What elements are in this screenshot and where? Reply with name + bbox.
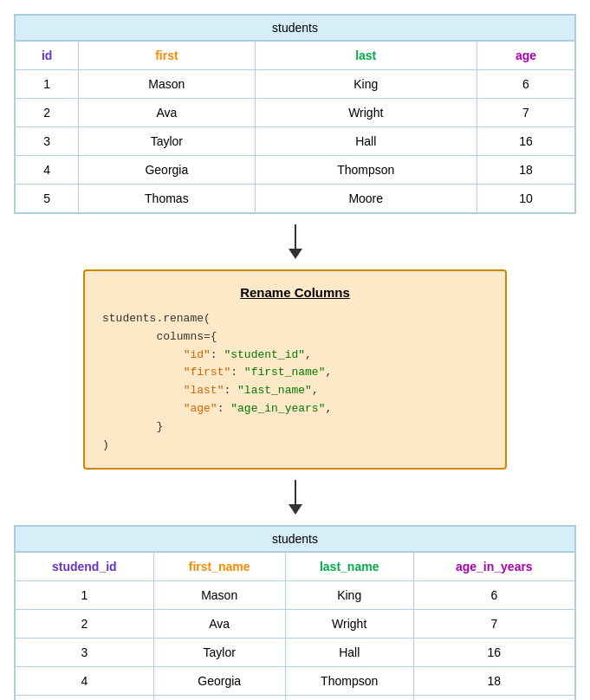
code-line: ) [102, 437, 488, 455]
top-table: id first last age 1MasonKing62AvaWright7… [15, 41, 575, 213]
rename-code: students.rename( columns={ "id": "studen… [102, 310, 488, 454]
table-cell: King [255, 70, 477, 99]
table-cell: Taylor [153, 638, 285, 667]
table-cell: 2 [16, 610, 154, 638]
table-row: 4GeorgiaThompson18 [16, 156, 575, 185]
code-line: "id": "student_id", [102, 347, 488, 365]
table-row: 2AvaWright7 [16, 99, 575, 127]
table-cell: 10 [413, 696, 574, 700]
code-token: : [230, 366, 244, 379]
code-token: "age_in_years" [230, 402, 325, 415]
code-token: "last_name" [237, 384, 312, 397]
table-cell: Georgia [79, 156, 255, 185]
table-cell: Hall [285, 638, 413, 667]
table-cell: 7 [477, 99, 574, 127]
bottom-col-firstname: first_name [153, 553, 285, 581]
table-cell: 4 [16, 667, 154, 696]
table-cell: 16 [413, 638, 574, 667]
bottom-table-wrapper: students studend_id first_name last_name… [14, 525, 576, 700]
code-line: "last": "last_name", [102, 382, 488, 400]
code-token: "first_name" [244, 366, 326, 379]
code-line: students.rename( [102, 310, 488, 328]
arrow-1-line [295, 224, 296, 249]
table-cell: Hall [255, 127, 477, 156]
arrow-2-line [295, 480, 296, 504]
arrow-1 [14, 214, 576, 269]
bottom-table-body: 1MasonKing62AvaWright73TaylorHall164Geor… [16, 581, 575, 700]
table-cell: 4 [16, 156, 79, 185]
table-cell: Ava [79, 99, 255, 127]
table-cell: 6 [477, 70, 574, 99]
code-token: "first" [184, 366, 231, 379]
bottom-col-ageinyears: age_in_years [413, 553, 574, 581]
rename-box: Rename Columns students.rename( columns=… [83, 269, 507, 470]
bottom-table-header: studend_id first_name last_name age_in_y… [16, 553, 575, 581]
code-token: , [325, 366, 332, 379]
top-col-last: last [255, 42, 477, 70]
top-col-id: id [16, 42, 79, 70]
code-token: "last" [184, 384, 224, 397]
table-cell: Thomas [153, 696, 285, 700]
table-cell: Thompson [255, 156, 477, 185]
table-cell: Moore [285, 696, 413, 700]
table-cell: 18 [413, 667, 574, 696]
bottom-table-header-row: studend_id first_name last_name age_in_y… [16, 553, 575, 581]
top-table-title: students [15, 15, 575, 41]
table-cell: Wright [255, 99, 477, 127]
table-cell: Wright [285, 610, 413, 638]
code-token [102, 384, 184, 397]
arrow-1-shape [289, 224, 302, 259]
code-token: "id" [184, 348, 211, 361]
top-col-first: first [79, 42, 255, 70]
top-table-section: students id first last age 1MasonKing62A… [14, 14, 576, 214]
arrow-1-head [289, 249, 302, 259]
code-token [102, 366, 184, 379]
code-token [102, 402, 184, 415]
table-cell: Taylor [79, 127, 255, 156]
table-cell: 1 [16, 581, 154, 610]
table-cell: 7 [413, 610, 574, 638]
table-cell: Mason [153, 581, 285, 610]
bottom-col-studentid: studend_id [16, 553, 154, 581]
table-cell: King [285, 581, 413, 610]
code-token: ) [102, 438, 109, 451]
bottom-table: studend_id first_name last_name age_in_y… [15, 552, 575, 700]
table-row: 5ThomasMoore10 [16, 696, 575, 700]
arrow-2-shape [289, 480, 302, 515]
table-cell: 16 [477, 127, 574, 156]
code-token: "age" [184, 402, 217, 415]
top-table-header-row: id first last age [16, 42, 575, 70]
table-cell: 2 [16, 99, 79, 127]
code-token [102, 348, 184, 361]
code-line: "age": "age_in_years", [102, 400, 488, 418]
arrow-2-head [289, 504, 302, 515]
top-col-age: age [477, 42, 574, 70]
table-row: 3TaylorHall16 [16, 638, 575, 667]
code-line: } [102, 418, 488, 437]
table-row: 5ThomasMoore10 [16, 185, 575, 213]
table-cell: Thompson [285, 667, 413, 696]
table-cell: 3 [16, 127, 79, 156]
table-cell: Thomas [79, 185, 255, 213]
top-table-header: id first last age [16, 42, 575, 70]
table-row: 2AvaWright7 [16, 610, 575, 638]
table-cell: Ava [153, 610, 285, 638]
table-cell: 10 [477, 185, 574, 213]
code-token: , [312, 384, 319, 397]
code-token: columns={ [102, 330, 217, 343]
table-cell: 5 [16, 185, 79, 213]
bottom-col-lastname: last_name [285, 553, 413, 581]
code-line: columns={ [102, 328, 488, 347]
code-token: } [102, 420, 163, 433]
code-token: students.rename( [102, 312, 211, 325]
table-cell: Mason [79, 70, 255, 99]
table-row: 1MasonKing6 [16, 70, 575, 99]
code-line: "first": "first_name", [102, 364, 488, 382]
code-token: : [224, 384, 237, 397]
table-row: 4GeorgiaThompson18 [16, 667, 575, 696]
code-token: , [325, 402, 332, 415]
top-table-wrapper: students id first last age 1MasonKing62A… [14, 14, 576, 214]
code-token: : [211, 348, 224, 361]
bottom-table-section: students studend_id first_name last_name… [14, 525, 576, 700]
table-cell: 3 [16, 638, 154, 667]
